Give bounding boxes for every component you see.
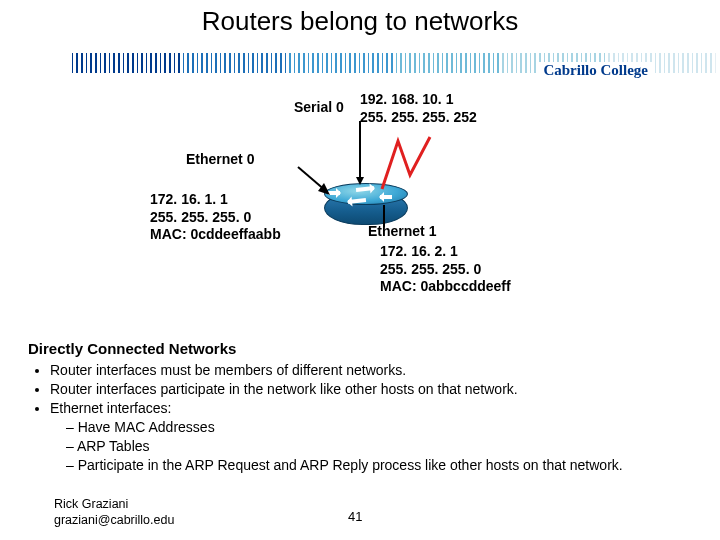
eth0-mask: 255. 255. 255. 0 <box>150 209 251 225</box>
bullet-item: Router interfaces must be members of dif… <box>50 361 692 380</box>
serial0-label: Serial 0 <box>294 99 344 117</box>
body-text: Directly Connected Networks Router inter… <box>28 339 692 475</box>
author-name: Rick Graziani <box>54 497 128 511</box>
brand-label: Cabrillo College <box>539 62 652 79</box>
svg-marker-1 <box>356 177 364 185</box>
sub-bullet-item: ARP Tables <box>66 437 692 456</box>
bullet-text: Ethernet interfaces: <box>50 400 171 416</box>
bullet-item: Router interfaces participate in the net… <box>50 380 692 399</box>
slide-title: Routers belong to networks <box>0 0 720 37</box>
footer-author: Rick Graziani graziani@cabrillo.edu <box>54 496 174 529</box>
sub-bullet-item: Have MAC Addresses <box>66 418 692 437</box>
page-number: 41 <box>348 509 362 524</box>
bullet-item: Ethernet interfaces: Have MAC Addresses … <box>50 399 692 475</box>
router-diagram: Serial 0 192. 168. 10. 1 255. 255. 255. … <box>0 91 720 331</box>
serial0-ip: 192. 168. 10. 1 <box>360 91 453 107</box>
sub-bullet-item: Participate in the ARP Request and ARP R… <box>66 456 692 475</box>
router-arrow-icon <box>380 195 392 199</box>
eth1-mac: MAC: 0abbccddeeff <box>380 278 511 294</box>
eth0-ip: 172. 16. 1. 1 <box>150 191 228 207</box>
author-email: graziani@cabrillo.edu <box>54 513 174 527</box>
eth0-mac: MAC: 0cddeeffaabb <box>150 226 281 242</box>
eth1-ip: 172. 16. 2. 1 <box>380 243 458 259</box>
body-heading: Directly Connected Networks <box>28 339 692 359</box>
eth1-mask: 255. 255. 255. 0 <box>380 261 481 277</box>
eth0-detail: 172. 16. 1. 1 255. 255. 255. 0 MAC: 0cdd… <box>150 191 281 244</box>
eth1-detail: 172. 16. 2. 1 255. 255. 255. 0 MAC: 0abb… <box>380 243 511 296</box>
eth0-label: Ethernet 0 <box>186 151 254 169</box>
